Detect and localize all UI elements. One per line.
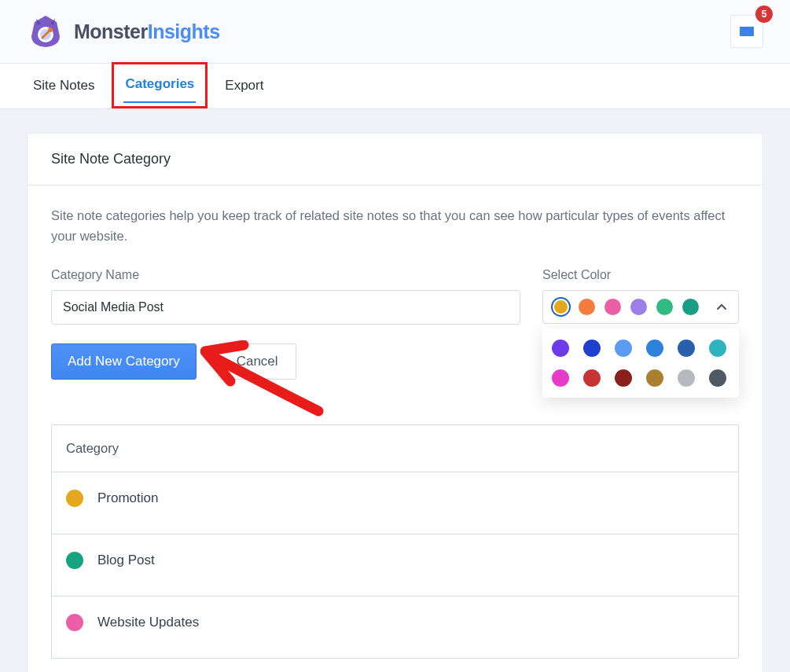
cancel-button[interactable]: Cancel	[219, 343, 296, 380]
select-color-label: Select Color	[542, 268, 739, 282]
color-option[interactable]	[709, 369, 726, 387]
tab-categories[interactable]: Categories	[112, 62, 208, 108]
inbox-icon	[738, 25, 755, 38]
color-option[interactable]	[583, 369, 601, 387]
category-name-input[interactable]	[51, 290, 520, 325]
color-option[interactable]	[583, 340, 601, 357]
category-name: Website Updates	[97, 615, 199, 630]
color-option[interactable]	[678, 340, 695, 357]
add-new-category-button[interactable]: Add New Category	[51, 343, 197, 380]
category-name-label: Category Name	[51, 268, 520, 282]
color-select-dropdown[interactable]	[542, 290, 739, 324]
color-swatch[interactable]	[682, 299, 699, 315]
category-color-dot	[66, 490, 83, 507]
tabs-nav: Site Notes Categories Export	[0, 64, 790, 109]
inbox-button[interactable]: 5	[730, 15, 763, 48]
panel-title: Site Note Category	[28, 134, 762, 185]
color-swatch[interactable]	[553, 299, 569, 315]
table-row[interactable]: Website Updates	[52, 597, 738, 658]
color-option[interactable]	[552, 369, 569, 387]
table-row[interactable]: Blog Post	[52, 534, 738, 597]
color-option[interactable]	[678, 369, 695, 387]
table-row[interactable]: Promotion	[52, 472, 738, 534]
chevron-up-icon	[715, 300, 729, 314]
color-option[interactable]	[552, 340, 569, 357]
brand-logo: MonsterInsights	[27, 14, 220, 49]
table-header-category: Category	[52, 425, 738, 472]
svg-point-2	[48, 28, 53, 32]
category-panel: Site Note Category Site note categories …	[27, 133, 763, 672]
inbox-badge: 5	[755, 6, 773, 23]
color-option[interactable]	[646, 369, 663, 387]
color-swatch[interactable]	[604, 299, 621, 315]
brand-text: MonsterInsights	[74, 20, 220, 43]
color-option[interactable]	[615, 340, 632, 357]
category-name: Promotion	[97, 490, 158, 506]
category-name: Blog Post	[97, 553, 155, 568]
color-swatch[interactable]	[579, 299, 595, 315]
category-table: Category PromotionBlog PostWebsite Updat…	[51, 424, 739, 659]
color-swatch[interactable]	[656, 299, 673, 315]
tab-export[interactable]: Export	[219, 64, 270, 108]
monster-icon	[27, 14, 64, 49]
color-option[interactable]	[615, 369, 632, 387]
category-color-dot	[66, 552, 83, 569]
category-color-dot	[66, 614, 83, 631]
color-option[interactable]	[709, 340, 726, 357]
panel-help-text: Site note categories help you keep track…	[51, 206, 739, 246]
tab-site-notes[interactable]: Site Notes	[27, 64, 101, 108]
color-popover	[542, 329, 739, 398]
color-swatch[interactable]	[630, 299, 647, 315]
svg-rect-3	[740, 29, 754, 36]
color-option[interactable]	[646, 340, 663, 357]
